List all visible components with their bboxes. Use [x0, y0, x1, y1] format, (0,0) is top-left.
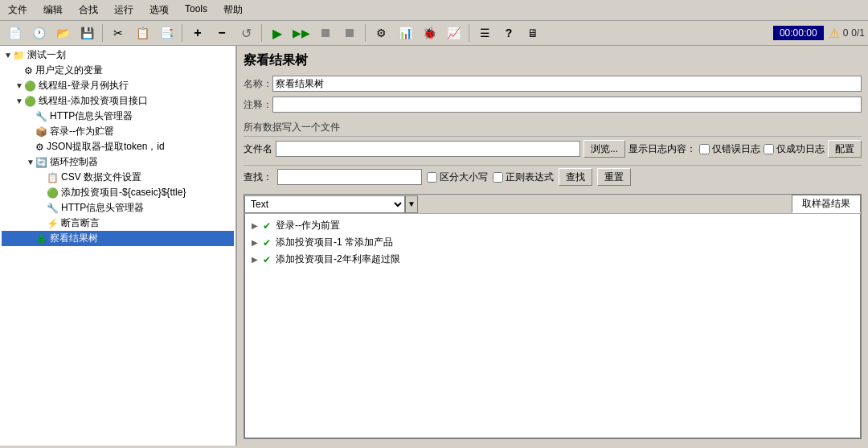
menu-options[interactable]: 选项	[145, 2, 174, 18]
regex-checkbox-label: 正则表达式	[493, 171, 554, 184]
toolbar-recent[interactable]: 🕐	[27, 23, 50, 43]
label-json-ext: JSON提取器-提取token，id	[47, 140, 165, 154]
toolbar-settings[interactable]: ⚙	[370, 23, 392, 43]
regex-checkbox[interactable]	[493, 172, 503, 183]
warning-display: ⚠ 0 0/1	[829, 26, 865, 41]
comment-label: 注释：	[244, 98, 272, 112]
toolbar-open[interactable]: 📂	[51, 23, 74, 43]
case-checkbox-label: 区分大小写	[427, 171, 488, 184]
tree-item-thread[interactable]: ▼🟢线程组-登录月例执行	[2, 78, 234, 93]
sep5	[469, 24, 469, 42]
success-log-label: 仅成功日志	[776, 142, 825, 156]
case-checkbox[interactable]	[427, 172, 437, 183]
icon-http2: 🔧	[47, 203, 59, 214]
section-title: 所有数据写入一个文件	[244, 121, 862, 137]
menu-help[interactable]: 帮助	[219, 2, 248, 18]
view-dropdown[interactable]: Text RegExp Tester CSS/JQuery Tester XPa…	[244, 195, 405, 213]
toolbar-remove[interactable]: −	[211, 23, 233, 43]
file-label: 文件名	[244, 142, 272, 156]
toolbar-paste[interactable]: 📑	[155, 23, 178, 43]
menu-tools[interactable]: Tools	[180, 2, 212, 18]
tree-item-var[interactable]: ⚙用户定义的变量	[2, 63, 234, 78]
browse-button[interactable]: 浏览...	[583, 140, 625, 158]
results-area: Text RegExp Tester CSS/JQuery Tester XPa…	[244, 194, 862, 439]
label-add-item: 添加投资项目-${caseic}${ttle}	[61, 186, 186, 199]
tree-item-assert[interactable]: ⚡断言断言	[2, 216, 234, 231]
toolbar-report[interactable]: 📈	[442, 23, 465, 43]
label-result-tree: 察看结果树	[50, 232, 98, 245]
label-http-header: HTTP信息头管理器	[50, 109, 133, 123]
toolbar-add[interactable]: +	[186, 23, 209, 43]
icon-add-item: 🟢	[47, 187, 59, 199]
error-log-checkbox[interactable]	[699, 144, 710, 154]
error-log-checkbox-label: 仅错误日志	[699, 142, 760, 156]
reset-button[interactable]: 重置	[597, 168, 631, 186]
toolbar-clear[interactable]: ↺	[235, 23, 257, 43]
dropdown-expand-btn[interactable]: ▼	[405, 195, 418, 213]
icon-csv: 📋	[47, 172, 59, 183]
toolbar-list[interactable]: ☰	[473, 23, 496, 43]
toolbar-stop-all[interactable]: ⏹	[338, 23, 361, 43]
tree-item-response[interactable]: 📦容录--作为贮罂	[2, 124, 234, 139]
regex-label: 正则表达式	[506, 171, 554, 184]
menu-edit[interactable]: 编辑	[39, 2, 68, 18]
icon-root: 📁	[13, 50, 25, 61]
configure-button[interactable]: 配置	[828, 140, 862, 158]
warning-count: 0	[843, 27, 849, 39]
menu-run[interactable]: 运行	[109, 2, 138, 18]
tree-item-json-ext[interactable]: ⚙JSON提取器-提取token，id	[2, 139, 234, 154]
comment-input[interactable]	[272, 97, 862, 113]
tree-item-result-tree[interactable]: 🌲察看结果树	[2, 231, 234, 246]
expand-0: ▶	[252, 221, 261, 230]
left-panel: ▼📁测试一划 ⚙用户定义的变量▼🟢线程组-登录月例执行▼🟢线程组-添加投资项目接…	[0, 46, 237, 446]
toolbar-help[interactable]: ?	[497, 23, 520, 43]
success-log-checkbox[interactable]	[764, 144, 774, 154]
toolbar-monitor[interactable]: 📊	[394, 23, 416, 43]
name-label: 名称：	[244, 77, 272, 91]
sep4	[365, 24, 366, 42]
status-icon-0: ✔	[263, 220, 271, 232]
search-button[interactable]: 查找	[559, 168, 592, 186]
result-item-2[interactable]: ▶ ✔ 添加投资项目-2年利率超过限	[248, 251, 857, 268]
toolbar-copy[interactable]: 📋	[131, 23, 154, 43]
expand-root: ▼	[3, 51, 13, 60]
tree-item-interface[interactable]: ▼🟢线程组-添加投资项目接口	[2, 93, 234, 109]
menu-file[interactable]: 文件	[3, 2, 32, 18]
toolbar-run-all[interactable]: ▶▶	[290, 23, 313, 43]
label-loop: 循环控制器	[50, 155, 98, 169]
status-icon-1: ✔	[263, 237, 271, 249]
error-log-label: 仅错误日志	[712, 142, 760, 156]
toolbar-debug[interactable]: 🐞	[418, 23, 440, 43]
menubar: 文件 编辑 合找 运行 选项 Tools 帮助	[0, 0, 868, 21]
search-input[interactable]	[277, 169, 422, 185]
tree-item-http2[interactable]: 🔧HTTP信息头管理器	[2, 200, 234, 216]
expand-loop: ▼	[26, 158, 35, 166]
label-http2: HTTP信息头管理器	[61, 201, 144, 215]
tree-item-root[interactable]: ▼📁测试一划	[2, 47, 234, 63]
timer-display: 00:00:00	[773, 26, 824, 40]
result-item-0[interactable]: ▶ ✔ 登录--作为前置	[248, 217, 857, 234]
name-input[interactable]	[272, 76, 862, 92]
panel-title: 察看结果树	[244, 52, 862, 69]
file-input[interactable]	[276, 141, 580, 157]
tree-item-http-header[interactable]: 🔧HTTP信息头管理器	[2, 109, 234, 124]
label-root: 测试一划	[27, 48, 66, 62]
result-item-1[interactable]: ▶ ✔ 添加投资项目-1 常添加产品	[248, 234, 857, 251]
tab-sampler-result[interactable]: 取样器结果	[792, 195, 861, 213]
tree-item-csv[interactable]: 📋CSV 数据文件设置	[2, 170, 234, 185]
toolbar-stop[interactable]: ⏹	[314, 23, 337, 43]
tree-item-loop[interactable]: ▼🔄循环控制器	[2, 154, 234, 170]
success-log-checkbox-label: 仅成功日志	[764, 142, 825, 156]
tree-item-add-item[interactable]: 🟢添加投资项目-${caseic}${ttle}	[2, 185, 234, 200]
toolbar-remote[interactable]: 🖥	[522, 23, 544, 43]
menu-find[interactable]: 合找	[74, 2, 103, 18]
toolbar-new[interactable]: 📄	[3, 23, 26, 43]
icon-result-tree: 🌲	[35, 233, 47, 245]
sep3	[261, 24, 262, 42]
toolbar-cut[interactable]: ✂	[107, 23, 129, 43]
name-row: 名称：	[244, 76, 862, 92]
icon-var: ⚙	[24, 65, 33, 76]
toolbar-save[interactable]: 💾	[76, 23, 98, 43]
sep2	[182, 24, 182, 42]
toolbar-run[interactable]: ▶	[266, 23, 289, 43]
